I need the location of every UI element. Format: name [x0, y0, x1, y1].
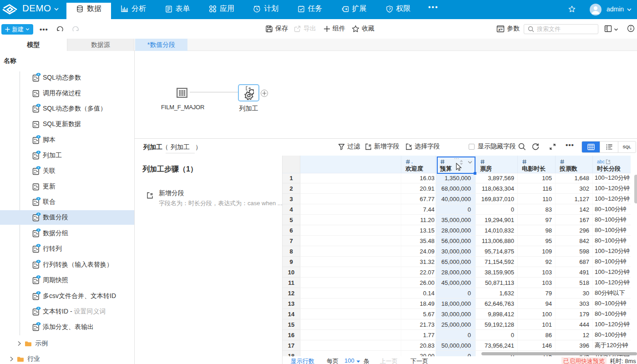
- svg-text:x=: x=: [498, 27, 503, 32]
